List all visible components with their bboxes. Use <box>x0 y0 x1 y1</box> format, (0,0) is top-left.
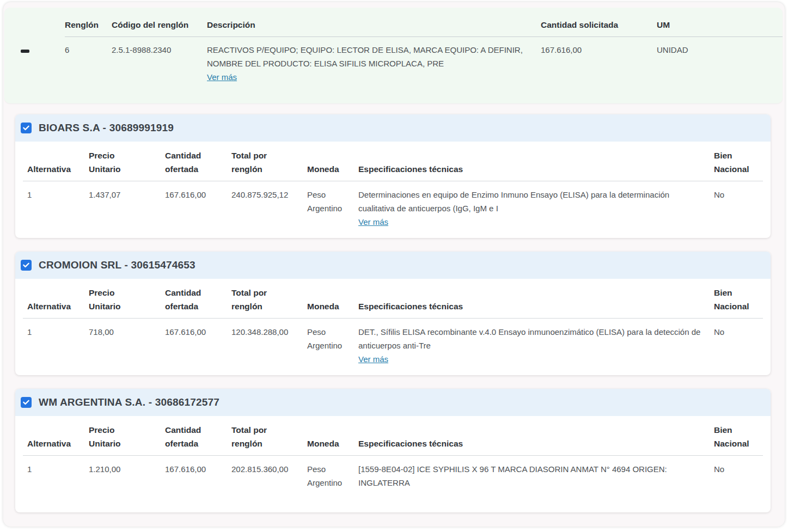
offer-company-title: CROMOION SRL - 30615474653 <box>39 259 196 271</box>
moneda-cell: Peso Argentino <box>307 456 358 490</box>
offer-company-title: BIOARS S.A - 30689991919 <box>39 122 174 134</box>
offer-checkbox[interactable] <box>21 397 32 408</box>
especificaciones-text: DET., Sífilis ELISA recombinante v.4.0 E… <box>358 327 700 350</box>
column-header-um: UM <box>657 13 783 37</box>
alternativa-cell: 1 <box>23 181 89 229</box>
offer-card-header: BIOARS S.A - 30689991919 <box>15 114 771 142</box>
column-header-precio-unitario: Precio Unitario <box>89 416 165 456</box>
offer-card-header: WM ARGENTINA S.A. - 30686172577 <box>15 389 771 416</box>
offer-card-header: CROMOION SRL - 30615474653 <box>15 252 771 279</box>
line-item-table: Renglón Código del renglón Descripción C… <box>4 13 783 84</box>
column-header-moneda: Moneda <box>307 416 358 456</box>
cantidad-ofertada-cell: 167.616,00 <box>165 181 231 229</box>
column-header-especificaciones: Especificaciones técnicas <box>358 279 714 319</box>
column-header-cantidad-ofertada: Cantidad ofertada <box>165 142 231 181</box>
column-header-alternativa: Alternativa <box>23 279 89 319</box>
precio-unitario-cell: 718,00 <box>89 319 165 366</box>
column-header-bien-nacional: Bien Nacional <box>714 416 763 456</box>
offer-table: Alternativa Precio Unitario Cantidad ofe… <box>23 416 763 490</box>
moneda-cell: Peso Argentino <box>307 181 358 229</box>
results-panel: Renglón Código del renglón Descripción C… <box>3 2 785 527</box>
offer-card-bioars: BIOARS S.A - 30689991919 Alternativa Pre… <box>15 114 771 238</box>
offer-checkbox[interactable] <box>21 260 32 271</box>
bien-nacional-cell: No <box>714 456 763 490</box>
column-header-cantidad-ofertada: Cantidad ofertada <box>165 416 231 456</box>
column-header-bien-nacional: Bien Nacional <box>714 279 763 319</box>
column-header-cantidad-solicitada: Cantidad solicitada <box>541 13 657 37</box>
column-header-precio-unitario: Precio Unitario <box>89 142 165 181</box>
especificaciones-cell: [1559-8E04-02] ICE SYPHILIS X 96 T MARCA… <box>358 456 714 490</box>
total-por-renglon-cell: 202.815.360,00 <box>231 456 307 490</box>
column-header-renglon: Renglón <box>65 13 112 37</box>
especificaciones-cell: Determinaciones en equipo de Enzimo Inmu… <box>358 181 714 229</box>
collapse-row-button minus-icon[interactable] <box>21 50 29 53</box>
cantidad-ofertada-cell: 167.616,00 <box>165 456 231 490</box>
total-por-renglon-cell: 120.348.288,00 <box>231 319 307 366</box>
column-header-total-por-renglon: Total por renglón <box>231 142 307 181</box>
ver-mas-link[interactable]: Ver más <box>207 70 237 84</box>
check-icon <box>22 124 30 132</box>
column-header-spacer <box>4 13 65 37</box>
ver-mas-link[interactable]: Ver más <box>358 352 388 366</box>
column-header-moneda: Moneda <box>307 142 358 181</box>
column-header-precio-unitario: Precio Unitario <box>89 279 165 319</box>
total-por-renglon-cell: 240.875.925,12 <box>231 181 307 229</box>
offer-row: 1 1.210,00 167.616,00 202.815.360,00 Pes… <box>23 456 763 490</box>
cantidad-ofertada-cell: 167.616,00 <box>165 319 231 366</box>
renglon-code-cell: 2.5.1-8988.2340 <box>112 37 207 84</box>
offer-row: 1 1.437,07 167.616,00 240.875.925,12 Pes… <box>23 181 763 229</box>
description-cell: REACTIVOS P/EQUIPO; EQUIPO: LECTOR DE EL… <box>207 37 541 84</box>
column-header-total-por-renglon: Total por renglón <box>231 416 307 456</box>
especificaciones-cell: DET., Sífilis ELISA recombinante v.4.0 E… <box>358 319 714 366</box>
column-header-alternativa: Alternativa <box>23 142 89 181</box>
alternativa-cell: 1 <box>23 456 89 490</box>
offer-company-title: WM ARGENTINA S.A. - 30686172577 <box>39 396 219 408</box>
offer-row: 1 718,00 167.616,00 120.348.288,00 Peso … <box>23 319 763 366</box>
especificaciones-text: [1559-8E04-02] ICE SYPHILIS X 96 T MARCA… <box>358 464 667 487</box>
precio-unitario-cell: 1.210,00 <box>89 456 165 490</box>
offer-card-wm-argentina: WM ARGENTINA S.A. - 30686172577 Alternat… <box>15 389 771 512</box>
precio-unitario-cell: 1.437,07 <box>89 181 165 229</box>
column-header-descripcion: Descripción <box>207 13 541 37</box>
line-item-card: Renglón Código del renglón Descripción C… <box>4 8 783 103</box>
ver-mas-link[interactable]: Ver más <box>358 215 388 229</box>
renglon-number-cell: 6 <box>65 37 112 84</box>
offer-table: Alternativa Precio Unitario Cantidad ofe… <box>23 142 763 229</box>
column-header-cantidad-ofertada: Cantidad ofertada <box>165 279 231 319</box>
offer-table: Alternativa Precio Unitario Cantidad ofe… <box>23 279 763 366</box>
column-header-moneda: Moneda <box>307 279 358 319</box>
column-header-alternativa: Alternativa <box>23 416 89 456</box>
offer-checkbox[interactable] <box>21 123 32 133</box>
um-cell: UNIDAD <box>657 37 783 84</box>
column-header-especificaciones: Especificaciones técnicas <box>358 416 714 456</box>
check-icon <box>22 399 30 406</box>
column-header-bien-nacional: Bien Nacional <box>714 142 763 181</box>
column-header-especificaciones: Especificaciones técnicas <box>358 142 714 181</box>
moneda-cell: Peso Argentino <box>307 319 358 366</box>
bien-nacional-cell: No <box>714 319 763 366</box>
description-text: REACTIVOS P/EQUIPO; EQUIPO: LECTOR DE EL… <box>207 45 523 68</box>
especificaciones-text: Determinaciones en equipo de Enzimo Inmu… <box>358 190 669 213</box>
offer-card-cromoion: CROMOION SRL - 30615474653 Alternativa P… <box>15 252 771 375</box>
column-header-codigo: Código del renglón <box>112 13 207 37</box>
bien-nacional-cell: No <box>714 181 763 229</box>
line-item-row: 6 2.5.1-8988.2340 REACTIVOS P/EQUIPO; EQ… <box>4 37 783 84</box>
alternativa-cell: 1 <box>23 319 89 366</box>
column-header-total-por-renglon: Total por renglón <box>231 279 307 319</box>
cantidad-solicitada-cell: 167.616,00 <box>541 37 657 84</box>
check-icon <box>22 261 30 269</box>
